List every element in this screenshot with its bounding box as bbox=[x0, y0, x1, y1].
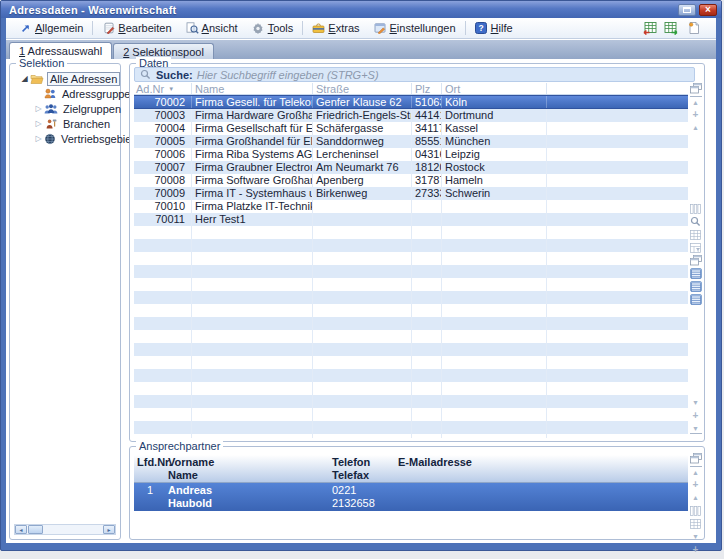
grid-expand-button[interactable]: + bbox=[690, 109, 702, 120]
new-document-button[interactable] bbox=[685, 20, 702, 36]
table-row[interactable]: 70006Firma Riba Systems AGLercheninsel04… bbox=[134, 148, 688, 161]
cell bbox=[192, 278, 313, 291]
cell: Schäfergasse bbox=[313, 122, 412, 135]
contact-grid-button[interactable] bbox=[690, 518, 702, 529]
magnifier-page-icon bbox=[186, 22, 199, 35]
grid-copy-view-button[interactable] bbox=[690, 83, 702, 94]
header-line2: Telefax bbox=[332, 469, 392, 482]
cell: 70008 bbox=[134, 174, 192, 187]
column-header-stra-e[interactable]: Straße bbox=[313, 83, 412, 94]
table-row-empty bbox=[134, 239, 688, 252]
cell: Herr Test1 bbox=[192, 213, 313, 226]
table-row[interactable]: 70007Firma Graubner Electronics GmbHAm N… bbox=[134, 161, 688, 174]
cell: 34117 bbox=[412, 122, 442, 135]
cell bbox=[442, 200, 547, 213]
contact-column-header-vorname[interactable]: VornameName bbox=[160, 455, 329, 482]
contact-row[interactable]: 1AndreasHaubold0221 2132658 bbox=[134, 483, 688, 511]
settings-panel-icon bbox=[374, 22, 387, 35]
menu-extras[interactable]: Extras bbox=[305, 19, 366, 38]
grid-columns-button[interactable] bbox=[690, 203, 702, 214]
tab-bar: 1 Adressauswahl2 Selektionspool bbox=[6, 40, 716, 59]
table-export-button[interactable] bbox=[641, 20, 658, 36]
menu-einstellungen[interactable]: Einstellungen bbox=[367, 19, 463, 38]
column-header-ad-nr[interactable]: Ad.Nr▼ bbox=[134, 83, 192, 94]
table-row[interactable]: 70010Firma Platzke IT-Technik bbox=[134, 200, 688, 213]
grid-search-button[interactable] bbox=[690, 216, 702, 227]
contact-table-header[interactable]: Lfd.Nr.VornameNameTelefonTelefaxE-Mailad… bbox=[134, 455, 688, 483]
table-row[interactable]: 70009Firma IT - Systemhaus und Großhande… bbox=[134, 187, 688, 200]
grid-view-list-button[interactable] bbox=[690, 281, 702, 292]
search-icon bbox=[139, 68, 152, 81]
tree-expander-closed-icon[interactable]: ▷ bbox=[33, 120, 44, 128]
tree-item-alle-adressen[interactable]: ◢Alle Adressen bbox=[10, 71, 120, 86]
grid-expand-button[interactable]: + bbox=[690, 410, 702, 421]
contact-columns-button[interactable] bbox=[690, 505, 702, 516]
tree-expander-open-icon[interactable]: ◢ bbox=[19, 75, 30, 83]
horizontal-scrollbar[interactable]: ◄ ► bbox=[14, 524, 116, 535]
cell: Firma Platzke IT-Technik bbox=[192, 200, 313, 213]
contact-side-toolbar: ▲+▲▼+▼ bbox=[689, 453, 702, 536]
table-row[interactable]: 70008Firma Software Großhandel Lübke AGA… bbox=[134, 174, 688, 187]
grid-go-bottom-button[interactable]: ▼ bbox=[690, 423, 702, 434]
cell: Firma Gesellschaft für EDV - Systeme bbox=[192, 122, 313, 135]
scroll-right-button[interactable]: ► bbox=[103, 525, 115, 534]
address-table-header[interactable]: Ad.Nr▼NameStraßePlzOrt bbox=[134, 83, 688, 95]
cell bbox=[192, 356, 313, 369]
menu-bearbeiten[interactable]: Bearbeiten bbox=[95, 19, 178, 38]
cell bbox=[192, 317, 313, 330]
menu-ansicht[interactable]: Ansicht bbox=[179, 19, 245, 38]
menu-label: Tools bbox=[268, 22, 294, 34]
contact-go-down-button[interactable]: ▼ bbox=[690, 531, 702, 542]
restore-button[interactable] bbox=[678, 4, 696, 16]
tree-item-vertriebsgebiete[interactable]: ▷Vertriebsgebiete bbox=[10, 131, 120, 146]
contact-copy-view-button[interactable] bbox=[690, 453, 702, 464]
cell: Firma Software Großhandel Lübke AG bbox=[192, 174, 313, 187]
table-row-empty bbox=[134, 304, 688, 317]
search-bar[interactable]: Suche: Hier Suchbegriff eingeben (STRG+S… bbox=[134, 67, 695, 82]
cell bbox=[192, 434, 313, 438]
table-row-empty bbox=[134, 434, 688, 438]
cell bbox=[134, 317, 192, 330]
column-header-plz[interactable]: Plz bbox=[412, 83, 442, 94]
contact-expand-button[interactable]: + bbox=[690, 479, 702, 490]
column-header-name[interactable]: Name bbox=[192, 83, 313, 94]
grid-go-up-button[interactable]: ▲ bbox=[690, 122, 702, 133]
scroll-left-button[interactable]: ◄ bbox=[15, 525, 27, 534]
close-button[interactable]: × bbox=[699, 4, 717, 16]
contact-go-up-button[interactable]: ▲ bbox=[690, 492, 702, 503]
grid-go-down-button[interactable]: ▼ bbox=[690, 397, 702, 408]
tree-item-adressgruppen[interactable]: Adressgruppen bbox=[10, 86, 120, 101]
cell: Rostock bbox=[442, 161, 547, 174]
contact-expand-button[interactable]: + bbox=[690, 544, 702, 555]
contact-column-header-e-mailadresse[interactable]: E-Mailadresse bbox=[395, 455, 688, 482]
tree-expander-closed-icon[interactable]: ▷ bbox=[33, 135, 44, 143]
grid-go-top-button[interactable]: ▲ bbox=[690, 96, 702, 107]
grid-view-list-button[interactable] bbox=[690, 294, 702, 305]
tree-item-branchen[interactable]: ▷Branchen bbox=[10, 116, 120, 131]
tree-item-zielgruppen[interactable]: ▷Zielgruppen bbox=[10, 101, 120, 116]
menu-hilfe[interactable]: ?Hilfe bbox=[468, 19, 520, 38]
menu-allgemein[interactable]: Allgemein bbox=[12, 19, 90, 38]
contact-column-header-telefon[interactable]: TelefonTelefax bbox=[329, 455, 395, 482]
grid-filter-grid-button[interactable] bbox=[690, 242, 702, 253]
contact-go-top-button[interactable]: ▲ bbox=[690, 466, 702, 477]
titlebar[interactable]: Adressdaten - Warenwirtschaft × bbox=[1, 1, 721, 18]
grid-grid-button[interactable] bbox=[690, 229, 702, 240]
cell bbox=[547, 382, 688, 395]
grid-view-list-button[interactable] bbox=[690, 268, 702, 279]
table-import-button[interactable] bbox=[663, 20, 680, 36]
column-header-ort[interactable]: Ort bbox=[442, 83, 547, 94]
menu-label: Extras bbox=[328, 22, 359, 34]
tree-expander-closed-icon[interactable]: ▷ bbox=[33, 105, 44, 113]
table-row[interactable]: 70002Firma Gesell. für Telekommunikation… bbox=[134, 95, 688, 109]
cell: Am Neumarkt 76 bbox=[313, 161, 412, 174]
window-title: Adressdaten - Warenwirtschaft bbox=[9, 4, 678, 16]
scroll-thumb[interactable] bbox=[28, 525, 43, 534]
table-row[interactable]: 70003Firma Hardware Großhandel DortmundF… bbox=[134, 109, 688, 122]
table-row[interactable]: 70011Herr Test1 bbox=[134, 213, 688, 226]
menu-tools[interactable]: Tools bbox=[245, 19, 301, 38]
table-row[interactable]: 70005Firma Großhandel für EDV HutnerSand… bbox=[134, 135, 688, 148]
grid-copy-view-button[interactable] bbox=[690, 255, 702, 266]
table-row[interactable]: 70004Firma Gesellschaft für EDV - System… bbox=[134, 122, 688, 135]
contact-column-header-lfd-nr[interactable]: Lfd.Nr. bbox=[134, 455, 160, 482]
